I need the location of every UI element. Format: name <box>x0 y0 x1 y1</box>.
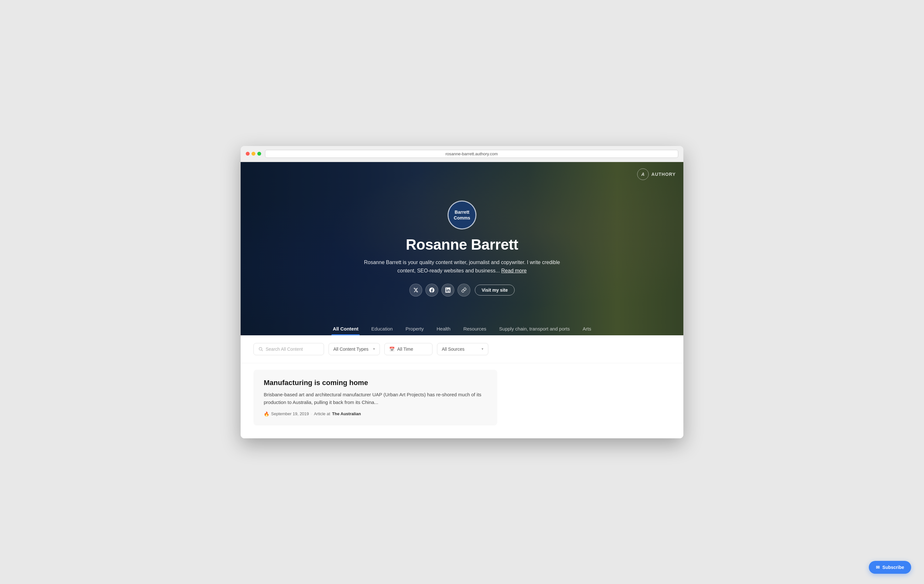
brand-logo: Barrett Comms <box>447 201 477 229</box>
window-controls <box>246 152 261 156</box>
search-placeholder: Search All Content <box>266 346 303 352</box>
browser-window: rosanne-barrett.authory.com A AUTHORY Ba… <box>241 146 683 438</box>
hero-section: A AUTHORY Barrett Comms Rosanne Barrett … <box>241 162 683 335</box>
search-input[interactable]: Search All Content <box>254 343 324 355</box>
tab-health[interactable]: Health <box>436 322 452 335</box>
tab-education[interactable]: Education <box>370 322 394 335</box>
separator: · <box>311 411 312 416</box>
time-label: All Time <box>397 346 413 352</box>
content-area: Search All Content All Content Types ▾ 📅… <box>241 335 683 438</box>
facebook-button[interactable] <box>426 284 438 297</box>
profile-name: Rosanne Barrett <box>406 236 518 253</box>
profile-bio: Rosanne Barrett is your quality content … <box>359 258 565 275</box>
maximize-dot[interactable] <box>257 152 261 156</box>
article-excerpt: Brisbane-based art and architectural man… <box>264 391 487 406</box>
linkedin-button[interactable] <box>441 284 454 297</box>
minimize-dot[interactable] <box>252 152 256 156</box>
calendar-icon: 📅 <box>389 346 394 352</box>
search-icon <box>258 346 263 351</box>
content-type-label: All Content Types <box>333 346 368 352</box>
authory-brand: A AUTHORY <box>637 168 676 180</box>
time-filter[interactable]: 📅 All Time <box>384 343 432 355</box>
content-type-filter[interactable]: All Content Types ▾ <box>328 343 380 355</box>
link-button[interactable] <box>457 284 470 297</box>
close-dot[interactable] <box>246 152 249 156</box>
article-date: September 19, 2019 <box>271 411 309 416</box>
visit-site-button[interactable]: Visit my site <box>475 285 514 295</box>
social-links: Visit my site <box>409 284 514 297</box>
tab-property[interactable]: Property <box>404 322 425 335</box>
subscribe-button[interactable]: ✉ Subscribe <box>869 561 911 574</box>
article-meta: 🔥 September 19, 2019 · Article at The Au… <box>264 411 487 416</box>
fire-icon: 🔥 <box>264 411 269 416</box>
article-title[interactable]: Manufacturing is coming home <box>264 379 487 387</box>
subscribe-icon: ✉ <box>876 565 880 570</box>
tab-arts[interactable]: Arts <box>581 322 592 335</box>
articles-list: Manufacturing is coming home Brisbane-ba… <box>241 363 683 438</box>
filter-bar: Search All Content All Content Types ▾ 📅… <box>241 335 683 363</box>
tab-supply-chain[interactable]: Supply chain, transport and ports <box>498 322 571 335</box>
sources-label: All Sources <box>442 346 465 352</box>
subscribe-label: Subscribe <box>882 565 904 570</box>
article-source[interactable]: The Australian <box>332 411 361 416</box>
tab-all-content[interactable]: All Content <box>332 322 360 335</box>
chevron-down-icon: ▾ <box>373 347 375 351</box>
twitter-button[interactable] <box>409 284 422 297</box>
svg-line-1 <box>261 350 262 351</box>
tab-resources[interactable]: Resources <box>462 322 488 335</box>
browser-chrome: rosanne-barrett.authory.com <box>241 146 683 162</box>
content-tabs: All Content Education Property Health Re… <box>241 322 683 335</box>
authory-logo: A <box>637 168 649 180</box>
chevron-down-icon-sources: ▾ <box>482 347 483 351</box>
sources-filter[interactable]: All Sources ▾ <box>437 343 488 355</box>
read-more-link[interactable]: Read more <box>501 268 526 273</box>
authory-name: AUTHORY <box>651 172 676 177</box>
address-bar[interactable]: rosanne-barrett.authory.com <box>265 150 678 158</box>
hero-content: Barrett Comms Rosanne Barrett Rosanne Ba… <box>353 201 571 297</box>
article-type: Article at <box>314 411 330 416</box>
svg-point-0 <box>259 348 262 350</box>
table-row: Manufacturing is coming home Brisbane-ba… <box>254 370 497 426</box>
